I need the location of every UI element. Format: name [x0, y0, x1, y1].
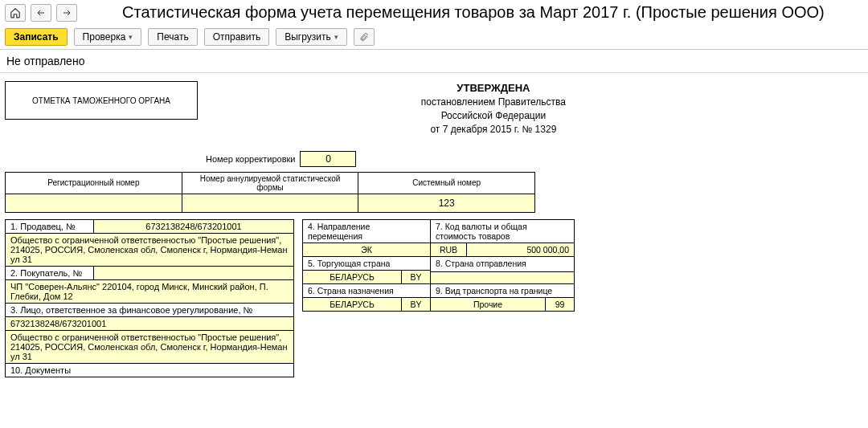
approved-title: УТВЕРЖДЕНА — [421, 81, 566, 96]
trade-country-hdr: 5. Торгующая страна — [303, 256, 431, 270]
dispatch-country-hdr: 8. Страна отправления — [431, 256, 575, 271]
trade-country-val[interactable]: БЕЛАРУСЬ — [303, 270, 402, 283]
dest-country-hdr: 6. Страна назначения — [303, 283, 431, 297]
trade-country-code[interactable]: BY — [402, 270, 431, 283]
dest-country-code[interactable]: BY — [402, 297, 431, 311]
chevron-down-icon: ▾ — [129, 33, 133, 41]
save-button[interactable]: Записать — [5, 28, 68, 46]
transport-val[interactable]: Прочие — [431, 297, 546, 311]
paperclip-icon — [359, 31, 369, 43]
hdr-reg: Регистрационный номер — [6, 172, 182, 194]
fin-resp-hdr-label: 3. Лицо, ответственное за финансовое уре… — [10, 305, 252, 315]
fin-resp-num[interactable]: 6732138248/673201001 — [6, 316, 294, 330]
approved-block: УТВЕРЖДЕНА постановлением Правительства … — [421, 81, 566, 137]
val-annul[interactable] — [182, 194, 358, 212]
fin-resp-hdr: 3. Лицо, ответственное за финансовое уре… — [6, 303, 294, 316]
transport-hdr: 9. Вид транспорта на границе — [431, 283, 575, 297]
page-title: Статистическая форма учета перемещения т… — [122, 3, 825, 22]
buyer-body[interactable]: ЧП "Соверен-Альянс" 220104, город Минск,… — [6, 279, 294, 303]
val-sys[interactable]: 123 — [358, 194, 535, 212]
send-button[interactable]: Отправить — [204, 28, 270, 46]
val-reg[interactable] — [6, 194, 182, 212]
dest-country-val[interactable]: БЕЛАРУСЬ — [303, 297, 402, 311]
left-grid: 1. Продавец, № 6732138248/673201001 Обще… — [5, 219, 294, 377]
status-text: Не отправлено — [0, 50, 868, 73]
arrow-left-icon — [35, 8, 47, 18]
transport-code[interactable]: 99 — [546, 297, 575, 311]
direction-hdr: 4. Направление перемещения — [303, 219, 431, 243]
fin-resp-body[interactable]: Общество с ограниченной ответственностью… — [6, 330, 294, 363]
seller-body[interactable]: Общество с ограниченной ответственностью… — [6, 233, 294, 266]
print-button[interactable]: Печать — [148, 28, 197, 46]
currency-sum[interactable]: 500 000,00 — [467, 243, 575, 256]
hdr-sys: Системный номер — [358, 172, 535, 194]
approved-line3: Российской Федерации — [421, 109, 566, 123]
home-button[interactable] — [5, 4, 26, 22]
currency-hdr: 7. Код валюты и общая стоимость товаров — [431, 219, 575, 243]
export-button[interactable]: Выгрузить ▾ — [276, 28, 347, 46]
registration-table: Регистрационный номер Номер аннулируемой… — [5, 172, 535, 213]
correction-value[interactable]: 0 — [300, 151, 356, 167]
currency-code[interactable]: RUB — [431, 243, 467, 256]
home-icon — [10, 7, 21, 18]
approved-line4: от 7 декабря 2015 г. № 1329 — [421, 123, 566, 137]
forward-button[interactable] — [56, 4, 77, 22]
seller-hdr: 1. Продавец, № — [6, 219, 94, 233]
dispatch-country-val[interactable] — [431, 271, 575, 283]
documents-hdr: 10. Документы — [6, 363, 294, 377]
approved-line2: постановлением Правительства — [421, 96, 566, 109]
check-button[interactable]: Проверка ▾ — [74, 28, 142, 46]
buyer-hdr: 2. Покупатель, № — [6, 266, 94, 279]
seller-num[interactable]: 6732138248/673201001 — [94, 219, 294, 233]
customs-stamp-box: ОТМЕТКА ТАМОЖЕННОГО ОРГАНА — [5, 81, 198, 120]
check-label: Проверка — [83, 31, 126, 43]
arrow-right-icon — [61, 8, 72, 18]
buyer-num[interactable] — [94, 266, 294, 279]
chevron-down-icon: ▾ — [334, 33, 338, 41]
export-label: Выгрузить — [285, 31, 331, 43]
correction-label: Номер корректировки — [206, 154, 295, 164]
back-button[interactable] — [31, 4, 51, 22]
hdr-annul: Номер аннулируемой статистической формы — [182, 172, 358, 194]
direction-val[interactable]: ЭК — [303, 243, 431, 256]
attach-button[interactable] — [354, 28, 375, 46]
